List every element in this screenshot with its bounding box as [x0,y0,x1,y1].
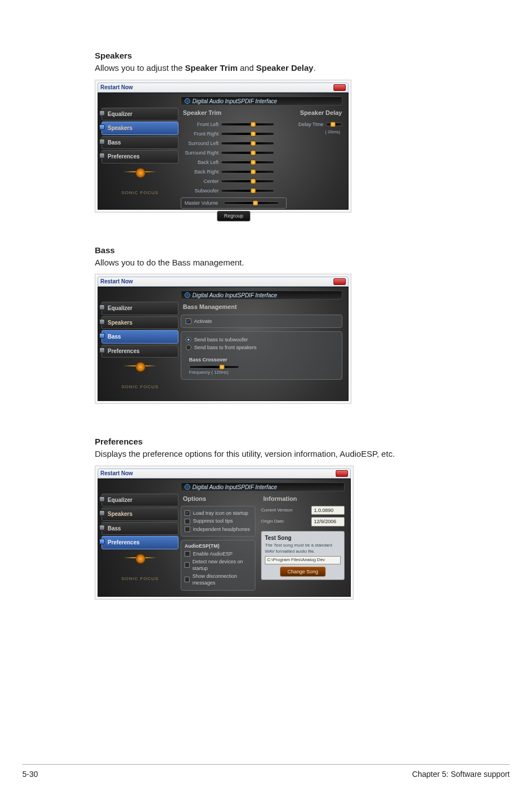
delay-label: Delay Time [298,121,326,128]
section-bass: Bass Allows you to do the Bass managemen… [95,245,437,423]
close-icon[interactable] [333,84,346,91]
origin-date-value: 12/9/2006 [311,517,345,526]
sidebar-label: Speakers [108,319,132,327]
sidebar-item-equalizer[interactable]: Equalizer [101,494,178,507]
activate-label: Activate [194,318,212,325]
current-version-value: 1.0.0890 [311,506,345,515]
app-title: Digital Audio InputSPDIF Interface [181,482,345,491]
test-song-box: Test Song The Test song must be a standa… [261,531,345,580]
section-preferences: Preferences Displays the preference opti… [95,436,437,619]
change-song-button[interactable]: Change Song [280,567,325,577]
sidebar-label: Bass [108,525,121,533]
sidebar-item-preferences[interactable]: Preferences [101,150,178,163]
sidebar-item-speakers[interactable]: Speakers [101,122,178,135]
sidebar-label: Equalizer [108,110,132,118]
crossover-title: Bass Crossover [189,356,337,363]
sidebar-item-speakers[interactable]: Speakers [101,316,178,330]
bass-desc: Allows you to do the Bass management. [95,257,437,268]
current-version-label: Current Version: [261,508,293,514]
page-footer: 5-30 Chapter 5: Software support [22,764,510,780]
speakers-desc-b2: Speaker Delay [256,63,313,73]
chapter-label: Chapter 5: Software support [412,769,510,780]
trim-slider-back-left[interactable] [221,161,274,164]
app-title: Digital Audio InputSPDIF Interface [181,291,342,299]
speakers-desc: Allows you to adjust the Speaker Trim an… [95,62,437,74]
trim-slider-surround-right[interactable] [221,151,274,154]
sidebar-item-preferences[interactable]: Preferences [101,536,178,549]
opt-tooltips-checkbox[interactable]: Suppress tool tips [185,518,252,524]
sidebar-label: Preferences [108,539,139,547]
trim-slider-surround-left[interactable] [221,142,274,145]
sidebar-label: Bass [108,139,121,147]
opt-tray-label: Load tray icon on startup [193,510,248,516]
regroup-button[interactable]: Regroup [217,211,251,221]
window-titlebar: Restart Now [98,83,349,93]
bass-screenshot: Restart Now Digital Audio InputSPDIF Int… [95,274,351,404]
sidebar-label: Equalizer [108,496,132,504]
section-speakers: Speakers Allows you to adjust the Speake… [95,50,437,231]
window-titlebar: Restart Now [98,277,349,287]
test-song-desc: The Test song must be a standard WAV for… [265,543,341,554]
options-title: Options [183,495,255,503]
speaker-trim-title: Speaker Trim [183,109,287,117]
sidebar-item-bass[interactable]: Bass [101,136,178,149]
trim-slider-back-right[interactable] [221,170,274,173]
speaker-delay-title: Speaker Delay [300,109,342,117]
bass-heading: Bass [95,245,437,256]
opt-tooltips-label: Suppress tool tips [193,518,233,524]
test-song-title: Test Song [265,534,341,542]
trim-label: Front Right [181,131,221,137]
speakers-desc-b1: Speaker Trim [185,63,238,73]
trim-label: Center [181,178,221,185]
esp-detect-label: Detect new devices on startup [192,558,252,572]
trim-label: Back Right [181,168,221,175]
speakers-screenshot: Restart Now Digital Audio InputSPDIF Int… [95,80,351,212]
window-title: Restart Now [100,84,133,91]
brand-text: SONIC FOCUS [101,384,178,390]
activate-checkbox[interactable]: Activate [186,318,337,325]
sidebar-item-preferences[interactable]: Preferences [101,345,178,358]
sidebar-item-speakers[interactable]: Speakers [101,508,178,521]
sidebar-label: Preferences [108,347,139,355]
bass-to-front-radio[interactable]: Send bass to front speakers [186,344,337,351]
trim-label: Surround Right [181,149,221,156]
esp-detect-checkbox[interactable]: Detect new devices on startup [185,558,252,572]
sidebar-item-bass[interactable]: Bass [101,522,178,535]
sidebar-item-equalizer[interactable]: Equalizer [101,302,178,315]
prefs-screenshot: Restart Now Digital Audio InputSPDIF Int… [95,466,354,600]
sidebar-item-equalizer[interactable]: Equalizer [101,108,178,121]
window-title: Restart Now [100,470,133,477]
test-song-path[interactable]: C:\Program Files\Analog Dev [265,556,341,564]
esp-disconnect-checkbox[interactable]: Show disconnection messages [185,573,252,586]
bass-to-sub-radio[interactable]: Send bass to subwoofer [186,336,337,343]
sidebar-label: Speakers [108,510,132,518]
window-title: Restart Now [100,278,133,286]
page-number: 5-30 [22,769,38,780]
trim-label: Surround Left [181,140,221,147]
close-icon[interactable] [333,278,346,285]
trim-slider-front-right[interactable] [221,132,274,136]
speakers-desc-post: . [313,63,316,73]
app-title: Digital Audio InputSPDIF Interface [181,96,342,105]
opt-headphones-label: Independent headphones [193,526,250,533]
master-label: Master Volume [183,200,220,206]
esp-enable-checkbox[interactable]: Enable AudioESP [185,550,252,557]
master-volume: Master Volume [181,197,287,209]
opt-headphones-checkbox[interactable]: Independent headphones [185,526,252,533]
speakers-desc-pre: Allows you to adjust the [95,63,185,73]
brand-logo-icon [123,555,157,575]
trim-slider-subwoofer[interactable] [221,189,274,192]
trim-slider-center[interactable] [221,180,274,183]
window-titlebar: Restart Now [98,468,351,479]
speakers-heading: Speakers [95,50,437,61]
delay-slider[interactable] [326,123,342,126]
sidebar: Equalizer Speakers Bass Preferences SONI… [101,302,178,390]
master-volume-slider[interactable] [224,201,279,205]
crossover-slider[interactable] [189,365,239,369]
trim-label: Subwoofer [181,187,221,194]
close-icon[interactable] [336,470,348,477]
sidebar-item-bass[interactable]: Bass [101,330,178,344]
crossover-freq: Frequency ( 120Hz) [189,370,337,376]
trim-slider-front-left[interactable] [221,123,274,126]
opt-tray-checkbox[interactable]: Load tray icon on startup [185,510,252,516]
